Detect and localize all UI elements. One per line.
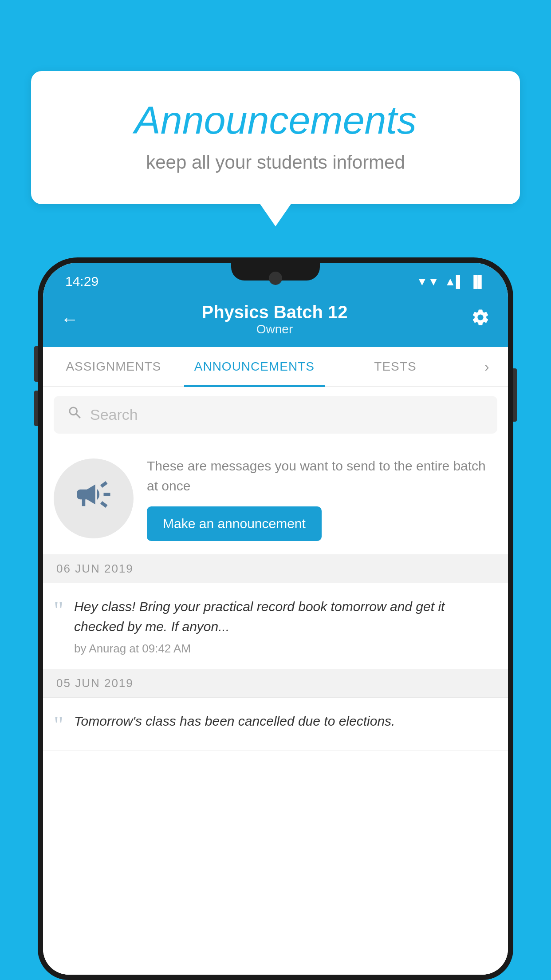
promo-content: These are messages you want to send to t… bbox=[147, 456, 497, 541]
app-bar-title-container: Physics Batch 12 Owner bbox=[79, 302, 471, 336]
announcement-item-1[interactable]: " Hey class! Bring your practical record… bbox=[43, 583, 508, 669]
announcement-text-2: Tomorrow's class has been cancelled due … bbox=[74, 711, 497, 731]
wifi-icon: ▼▼ bbox=[417, 275, 439, 288]
announcement-item-2[interactable]: " Tomorrow's class has been cancelled du… bbox=[43, 698, 508, 751]
power-button bbox=[513, 368, 517, 422]
app-bar-title: Physics Batch 12 bbox=[79, 302, 471, 322]
phone-screen: 14:29 ▼▼ ▲▌ ▐▌ ← Physics Batch 12 Owner bbox=[43, 263, 508, 975]
tab-tests[interactable]: TESTS bbox=[325, 347, 466, 386]
tabs-bar: ASSIGNMENTS ANNOUNCEMENTS TESTS › bbox=[43, 347, 508, 387]
status-icons: ▼▼ ▲▌ ▐▌ bbox=[417, 275, 486, 288]
status-time: 14:29 bbox=[65, 274, 98, 289]
search-placeholder: Search bbox=[90, 406, 138, 423]
signal-icon: ▲▌ bbox=[445, 275, 464, 288]
promo-description: These are messages you want to send to t… bbox=[147, 456, 497, 496]
speech-bubble: Announcements keep all your students inf… bbox=[31, 71, 520, 204]
announcement-content-1: Hey class! Bring your practical record b… bbox=[74, 597, 497, 656]
make-announcement-button[interactable]: Make an announcement bbox=[147, 506, 322, 541]
volume-down-button bbox=[34, 391, 38, 426]
app-bar: ← Physics Batch 12 Owner bbox=[43, 293, 508, 347]
bubble-subtitle: keep all your students informed bbox=[67, 152, 484, 173]
back-button[interactable]: ← bbox=[61, 309, 79, 329]
phone-notch bbox=[231, 263, 320, 281]
promo-icon-circle bbox=[54, 458, 134, 538]
phone-camera bbox=[269, 272, 282, 285]
search-icon bbox=[67, 405, 83, 425]
volume-up-button bbox=[34, 346, 38, 382]
settings-button[interactable] bbox=[471, 308, 490, 331]
quote-icon-2: " bbox=[54, 711, 63, 737]
tab-announcements[interactable]: ANNOUNCEMENTS bbox=[184, 347, 325, 386]
content-area: Search These are messages you want to se… bbox=[43, 387, 508, 975]
search-bar[interactable]: Search bbox=[54, 396, 497, 434]
megaphone-icon bbox=[74, 474, 114, 523]
announcement-promo: These are messages you want to send to t… bbox=[43, 443, 508, 555]
tab-more[interactable]: › bbox=[466, 347, 508, 386]
tab-assignments[interactable]: ASSIGNMENTS bbox=[43, 347, 184, 386]
bubble-title: Announcements bbox=[67, 98, 484, 143]
announcement-content-2: Tomorrow's class has been cancelled due … bbox=[74, 711, 497, 737]
app-bar-subtitle: Owner bbox=[79, 322, 471, 336]
date-separator-1: 06 JUN 2019 bbox=[43, 555, 508, 583]
search-container: Search bbox=[43, 387, 508, 443]
battery-icon: ▐▌ bbox=[469, 275, 486, 288]
quote-icon-1: " bbox=[54, 597, 63, 656]
phone-wrapper: 14:29 ▼▼ ▲▌ ▐▌ ← Physics Batch 12 Owner bbox=[38, 257, 513, 980]
phone-frame: 14:29 ▼▼ ▲▌ ▐▌ ← Physics Batch 12 Owner bbox=[38, 257, 513, 980]
announcement-text-1: Hey class! Bring your practical record b… bbox=[74, 597, 497, 636]
date-separator-2: 05 JUN 2019 bbox=[43, 669, 508, 698]
announcement-meta-1: by Anurag at 09:42 AM bbox=[74, 642, 497, 656]
speech-bubble-container: Announcements keep all your students inf… bbox=[31, 71, 520, 204]
